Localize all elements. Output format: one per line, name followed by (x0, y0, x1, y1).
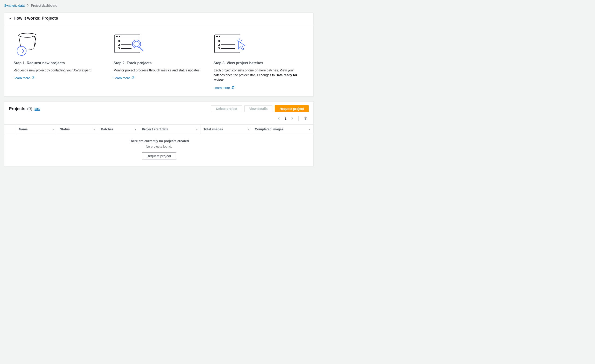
step-1-desc: Request a new project by contacting your… (14, 68, 104, 73)
sort-icon (309, 129, 311, 130)
svg-rect-19 (217, 36, 218, 37)
breadcrumb-current: Project dashboard (31, 4, 57, 7)
external-link-icon (131, 76, 135, 80)
external-link-icon (32, 76, 35, 80)
step-3: Step 3. View project batches Each projec… (213, 31, 304, 90)
projects-count: (0) (27, 107, 32, 111)
settings-button[interactable] (303, 116, 308, 121)
request-project-button[interactable]: Request project (275, 105, 309, 112)
empty-state: There are currently no projects created … (4, 134, 313, 166)
step-3-title: Step 3. View project batches (213, 61, 304, 65)
col-total-images[interactable]: Total images (201, 125, 252, 134)
svg-line-29 (241, 40, 242, 41)
sort-icon (135, 129, 136, 130)
sort-icon (196, 129, 198, 130)
delete-project-button[interactable]: Delete project (211, 105, 242, 112)
step-2-desc: Monitor project progress through metrics… (113, 68, 204, 73)
browser-cursor-icon (213, 31, 304, 56)
svg-rect-6 (119, 36, 120, 37)
sort-icon (247, 129, 249, 130)
empty-subtext: No projects found. (4, 145, 313, 148)
projects-table-header: Name Status Batches Project start date T… (4, 124, 313, 134)
empty-heading: There are currently no projects created (4, 139, 313, 143)
projects-title: Projects (9, 107, 25, 111)
step-1-learn-link[interactable]: Learn more (14, 76, 35, 80)
col-batches[interactable]: Batches (98, 125, 139, 134)
col-status[interactable]: Status (57, 125, 98, 134)
svg-rect-5 (117, 36, 118, 37)
page-number: 1 (285, 117, 286, 121)
step-1-title: Step 1. Request new projects (14, 61, 104, 65)
caret-down-icon (9, 18, 11, 19)
step-2-learn-link[interactable]: Learn more (113, 76, 135, 80)
bucket-arrow-icon (14, 31, 104, 56)
info-link[interactable]: Info (35, 107, 40, 111)
breadcrumb-root-link[interactable]: Synthetic data (4, 4, 25, 7)
step-1: Step 1. Request new projects Request a n… (14, 31, 104, 90)
how-it-works-panel: How it works: Projects Step 1. Request n… (4, 13, 314, 96)
page-prev-button[interactable] (277, 116, 281, 121)
chevron-right-icon (27, 4, 29, 7)
sort-icon (52, 129, 54, 130)
col-name[interactable]: Name (16, 125, 57, 134)
svg-rect-20 (219, 36, 220, 37)
svg-rect-16 (215, 35, 240, 53)
step-3-learn-link[interactable]: Learn more (213, 86, 235, 90)
pagination: 1 (4, 114, 313, 124)
how-it-works-header[interactable]: How it works: Projects (4, 13, 313, 24)
browser-magnify-icon (113, 31, 204, 56)
breadcrumb: Synthetic data Project dashboard (4, 0, 314, 13)
sort-icon (93, 129, 95, 130)
how-it-works-title: How it works: Projects (14, 16, 58, 21)
col-select (4, 125, 16, 134)
svg-point-0 (19, 33, 36, 37)
projects-panel: Projects (0) Info Delete project View de… (4, 101, 314, 166)
page-next-button[interactable] (290, 116, 294, 121)
step-2-title: Step 2. Track projects (113, 61, 204, 65)
svg-rect-18 (216, 36, 217, 37)
view-details-button[interactable]: View details (244, 105, 272, 112)
external-link-icon (231, 86, 235, 90)
step-3-desc: Each project consists of one or more bat… (213, 68, 304, 82)
svg-point-30 (305, 118, 306, 119)
step-2: Step 2. Track projects Monitor project p… (113, 31, 204, 90)
col-completed-images[interactable]: Completed images (252, 125, 313, 134)
empty-request-project-button[interactable]: Request project (142, 152, 176, 159)
divider (298, 116, 299, 121)
col-start-date[interactable]: Project start date (139, 125, 201, 134)
svg-rect-4 (116, 36, 117, 37)
